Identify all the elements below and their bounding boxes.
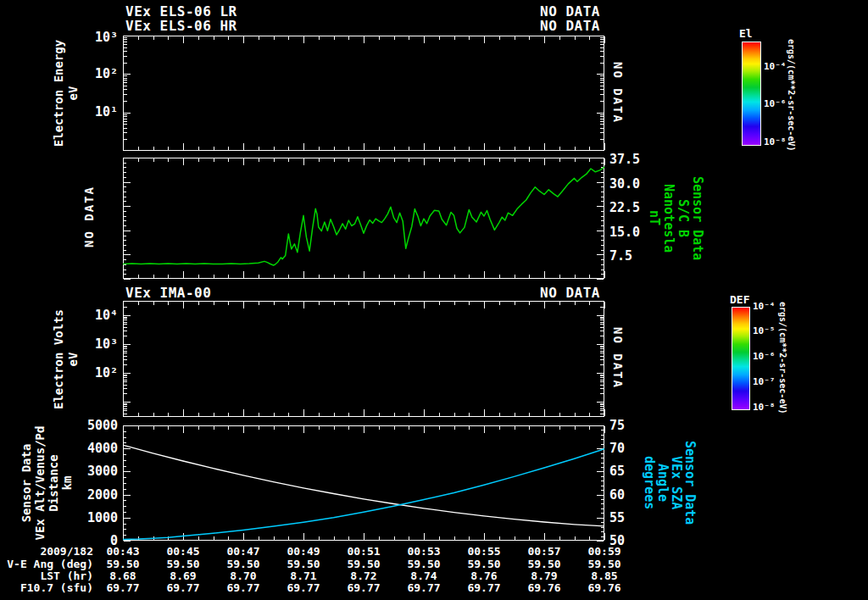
panel4-ytick-60: 60 (609, 487, 625, 503)
panel2-left-status: NO DATA (82, 149, 97, 285)
vex-quicklook-display: VEx ELS-06 LR NO DATA VEx ELS-06 HR NO D… (0, 0, 868, 600)
panel2-ytick-37.5: 37.5 (609, 152, 640, 167)
table-cell: 59.50 (93, 558, 153, 570)
panel4-ytick-1000: 1000 (78, 510, 118, 525)
table-row-label: F10.7 (sfu) (0, 581, 93, 594)
table-cell: 8.72 (334, 569, 393, 582)
time-tick-label: 00:49 (274, 545, 333, 558)
panel4-ytick-4000: 4000 (78, 441, 118, 456)
panel3-right-status: NO DATA (610, 299, 625, 418)
table-cell: 69.77 (93, 581, 153, 594)
colorbar-el-tick-label: 10⁻⁴ (764, 61, 787, 72)
time-tick-label: 00:55 (454, 545, 514, 558)
table-cell: 69.77 (153, 581, 213, 594)
panel3-title: VEx IMA-00 (125, 285, 211, 301)
colorbar-el-tick-label: 10⁻⁶ (764, 98, 787, 109)
colorbar-def-tick-label: 10⁻⁴ (753, 301, 776, 312)
colorbar-def-title: DEF (730, 293, 749, 306)
colorbar-el-tick-label: 10⁻⁸ (764, 136, 787, 147)
table-cell: 59.50 (575, 558, 634, 570)
table-cell: 59.50 (153, 558, 213, 570)
time-tick-label: 00:51 (334, 545, 393, 558)
table-cell: 69.77 (274, 581, 333, 594)
panel4-ytick-5000: 5000 (78, 418, 118, 433)
table-cell: 59.50 (214, 558, 273, 570)
table-cell: 69.77 (214, 581, 273, 594)
table-cell: 69.77 (334, 581, 393, 594)
panel2-right-label: Sensor Data S/C B Nanotesla nT (647, 158, 704, 279)
panel1-status-hr: NO DATA (415, 18, 600, 34)
table-cell: 8.68 (93, 569, 153, 582)
panel1-ytick-10: 10¹ (84, 104, 118, 119)
table-cell: 8.71 (274, 569, 333, 582)
panel4-ytick-65: 65 (609, 464, 625, 479)
table-cell: 8.74 (394, 569, 453, 582)
panel3-ytick-10k: 10⁴ (84, 308, 118, 323)
colorbar-def-gradient (732, 308, 749, 409)
table-cell: 69.76 (515, 581, 574, 594)
panel4-ytick-75: 75 (609, 418, 625, 433)
panel2-ytick-7.5: 7.5 (609, 248, 632, 264)
panel3-ytick-1k: 10³ (84, 336, 118, 352)
table-cell: 8.69 (153, 569, 213, 582)
table-cell: 8.70 (214, 569, 273, 582)
panel4-ytick-70: 70 (609, 441, 625, 456)
colorbar-def-tick-label: 10⁻⁶ (753, 351, 776, 362)
time-tick-label: 00:45 (153, 545, 213, 558)
colorbar-el-unit: ergs/(cm**2-sr-sec-eV) (787, 38, 796, 153)
panel2-ytick-30: 30.0 (609, 176, 640, 192)
time-tick-label: 00:43 (93, 545, 153, 558)
table-cell: 69.77 (454, 581, 514, 594)
table-cell: 59.50 (274, 558, 333, 570)
panel3-status: NO DATA (415, 285, 600, 301)
panel1-ytick-1000: 10³ (84, 30, 118, 45)
time-tick-label: 00:47 (214, 545, 273, 558)
colorbar-el-title: El (739, 27, 753, 40)
table-row-label: V-E Ang (deg) (0, 558, 93, 570)
panel4-right-label: Sensor Data VEx SZA Angle degrees (643, 425, 697, 541)
colorbar-def-tick-label: 10⁻⁸ (753, 402, 776, 413)
table-cell: 8.85 (575, 569, 634, 582)
table-cell: 59.50 (334, 558, 393, 570)
panel1-ytick-100: 10² (84, 66, 118, 81)
time-tick-label: 00:53 (394, 545, 453, 558)
colorbar-el-gradient (743, 42, 760, 145)
colorbar-el (742, 42, 761, 146)
table-cell: 8.76 (454, 569, 514, 582)
table-cell: 69.77 (394, 581, 453, 594)
panel4-ytick-3000: 3000 (78, 464, 118, 479)
xaxis-date-label: 2009/182 (0, 545, 93, 558)
panel4-ytick-2000: 2000 (78, 487, 118, 503)
panel1-title-hr: VEx ELS-06 HR (125, 18, 237, 34)
table-row-label: LST (hr) (0, 569, 93, 582)
table-cell: 8.79 (515, 569, 574, 582)
panel1-right-status: NO DATA (610, 34, 625, 153)
panel4-ytick-55: 55 (609, 510, 625, 525)
table-cell: 59.50 (454, 558, 514, 570)
panel3-ytick-100: 10² (84, 365, 118, 381)
panel2-ytick-22.5: 22.5 (609, 200, 640, 215)
table-cell: 69.76 (575, 581, 634, 594)
colorbar-def (732, 307, 750, 410)
time-tick-label: 00:59 (575, 545, 634, 558)
table-cell: 59.50 (394, 558, 453, 570)
table-cell: 59.50 (515, 558, 574, 570)
colorbar-def-tick-label: 10⁻⁵ (753, 325, 776, 336)
colorbar-def-unit: ergs/(cm**2-sr-sec-eV) (778, 301, 787, 415)
colorbar-def-tick-label: 10⁻⁷ (753, 376, 776, 387)
panel1-ylabel: Electron Energy eV (52, 8, 81, 178)
panel2-ytick-15: 15.0 (609, 225, 640, 240)
time-tick-label: 00:57 (515, 545, 574, 558)
